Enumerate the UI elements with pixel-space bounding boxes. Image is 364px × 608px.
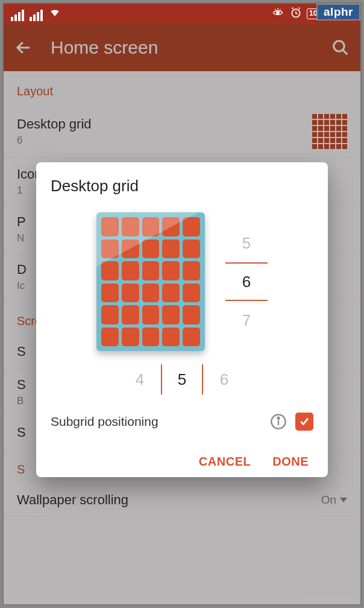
signal-sim2-icon	[30, 10, 43, 21]
rows-picker[interactable]: 5 6 7	[225, 224, 268, 340]
picker-value-selected[interactable]: 6	[225, 262, 268, 301]
subgrid-checkbox[interactable]	[295, 413, 313, 431]
dialog-title: Desktop grid	[51, 177, 313, 195]
eye-care-icon	[271, 7, 285, 21]
picker-value[interactable]: 6	[203, 364, 245, 394]
subgrid-label: Subgrid positioning	[51, 414, 262, 429]
alarm-icon	[290, 7, 302, 22]
picker-value[interactable]: 4	[119, 364, 161, 394]
cancel-button[interactable]: CANCEL	[199, 455, 251, 469]
done-button[interactable]: DONE	[272, 455, 309, 469]
wifi-icon	[48, 7, 61, 21]
picker-value-selected[interactable]: 5	[161, 364, 203, 394]
watermark: www.deuaq.com	[307, 595, 356, 602]
status-bar: 100 9:27	[4, 4, 360, 24]
cols-picker[interactable]: 4 5 6	[51, 364, 313, 394]
picker-value[interactable]: 7	[242, 301, 251, 340]
svg-point-0	[276, 11, 280, 14]
picker-value[interactable]: 5	[242, 224, 251, 262]
phone-frame: alphr www.deuaq.com 100 9:27 Home screen	[2, 2, 362, 606]
signal-sim1-icon	[11, 10, 24, 21]
svg-point-5	[278, 417, 280, 419]
info-icon[interactable]	[270, 413, 287, 430]
alphr-tag: alphr	[316, 4, 360, 21]
grid-preview	[96, 212, 205, 351]
dialog-desktop-grid: Desktop grid 5 6 7 4 5 6 Subgrid	[36, 162, 328, 477]
